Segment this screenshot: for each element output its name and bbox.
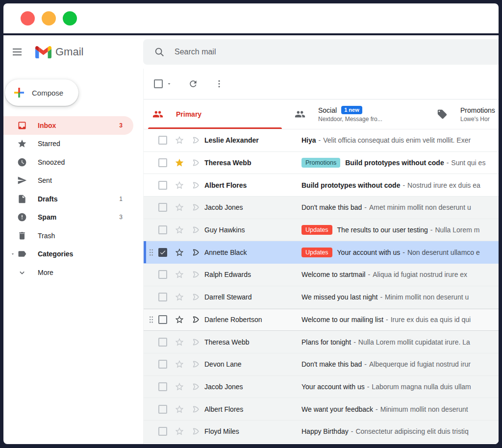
importance-marker-icon[interactable] — [191, 248, 201, 257]
star-outline-icon[interactable] — [175, 292, 184, 302]
drag-handle-icon — [149, 316, 153, 324]
drag-handle-icon — [149, 249, 153, 256]
more-vert-icon[interactable] — [214, 79, 224, 89]
email-sender: Annette Black — [204, 249, 301, 256]
email-row[interactable]: Darrell Steward We missed you last night… — [144, 286, 499, 309]
category-chip: Updates — [301, 248, 332, 257]
search-bar[interactable] — [143, 39, 499, 65]
email-row[interactable]: Ralph Edwards Welcome to startmail - Ali… — [144, 264, 499, 286]
refresh-icon[interactable] — [188, 79, 198, 89]
email-snippet: Sunt qui es — [451, 159, 485, 167]
email-checkbox[interactable] — [158, 158, 167, 167]
sidebar-item-snoozed[interactable]: Snoozed — [3, 153, 133, 172]
tab-primary[interactable]: Primary — [144, 100, 286, 129]
email-checkbox[interactable] — [158, 315, 167, 324]
star-outline-icon[interactable] — [175, 426, 184, 436]
email-subject: We want your feedback — [301, 405, 373, 413]
tab-promotions[interactable]: Promotions Lowe's Hor — [428, 100, 499, 129]
importance-marker-icon[interactable] — [191, 270, 201, 279]
star-outline-icon[interactable] — [175, 382, 184, 392]
star-outline-icon[interactable] — [175, 270, 184, 279]
email-row[interactable]: Floyd Miles Happy Birthday - Consectetur… — [144, 421, 499, 443]
importance-marker-icon[interactable] — [191, 315, 201, 324]
importance-marker-icon[interactable] — [191, 135, 201, 145]
email-checkbox[interactable] — [158, 338, 167, 347]
star-outline-icon[interactable] — [175, 225, 184, 235]
browser-window: Gmail Compose — [0, 0, 502, 448]
importance-marker-icon[interactable] — [191, 337, 201, 347]
email-snippet: Nulla Lorem mollit cupidatat irure. La — [358, 338, 470, 346]
email-checkbox[interactable] — [158, 382, 167, 391]
email-snippet: Minimum mollit non deserunt — [380, 405, 468, 413]
email-row[interactable]: Annette Black Updates Your account with … — [144, 241, 499, 264]
email-row[interactable]: Darlene Robertson Welcome to our mailing… — [144, 309, 499, 331]
email-row[interactable]: Devon Lane Don't make this bad - Albeque… — [144, 353, 499, 376]
email-checkbox[interactable] — [158, 203, 167, 212]
importance-marker-icon[interactable] — [191, 292, 201, 302]
email-checkbox[interactable] — [158, 248, 167, 257]
sidebar-item-spam[interactable]: Spam 3 — [3, 208, 133, 227]
email-subject: Happy Birthday — [301, 427, 349, 435]
importance-marker-icon[interactable] — [191, 426, 201, 436]
email-row[interactable]: Albert Flores We want your feedback - Mi… — [144, 398, 499, 421]
email-checkbox[interactable] — [158, 136, 167, 145]
sidebar-item-more[interactable]: More — [3, 263, 133, 282]
importance-marker-icon[interactable] — [191, 225, 201, 235]
tab-label: Primary — [176, 110, 201, 118]
close-button[interactable] — [21, 11, 35, 25]
star-outline-icon[interactable] — [175, 135, 184, 145]
hamburger-icon[interactable] — [11, 46, 23, 58]
email-row[interactable]: Guy Hawkins Updates The results to our u… — [144, 219, 499, 242]
minimize-button[interactable] — [42, 11, 56, 25]
email-checkbox[interactable] — [158, 225, 167, 234]
star-outline-icon[interactable] — [175, 404, 184, 414]
star-filled-icon[interactable] — [175, 158, 184, 168]
email-checkbox[interactable] — [158, 427, 167, 436]
email-row[interactable]: Jacob Jones Your account with us - Labor… — [144, 376, 499, 398]
email-row[interactable]: Leslie Alexander Hiya - Velit officia co… — [144, 129, 499, 152]
email-row[interactable]: Jacob Jones Don't make this bad - Amet m… — [144, 197, 499, 219]
importance-marker-icon[interactable] — [191, 382, 201, 392]
sidebar-item-trash[interactable]: Trash — [3, 226, 133, 245]
sidebar-item-sent[interactable]: Sent — [3, 172, 133, 190]
tag-icon — [437, 109, 448, 120]
importance-marker-icon[interactable] — [191, 404, 201, 414]
email-sender: Theresa Webb — [204, 159, 301, 167]
sidebar-item-inbox[interactable]: Inbox 3 — [3, 116, 133, 135]
draft-icon — [17, 194, 27, 204]
select-all-checkbox[interactable] — [154, 79, 163, 88]
star-outline-icon[interactable] — [175, 202, 184, 212]
star-outline-icon[interactable] — [175, 359, 184, 369]
select-caret-icon[interactable] — [166, 81, 172, 87]
maximize-button[interactable] — [63, 11, 77, 25]
search-input[interactable] — [175, 48, 322, 56]
star-outline-icon[interactable] — [175, 180, 184, 190]
sidebar-item-starred[interactable]: Starred — [3, 135, 133, 153]
email-snippet: Amet minim mollit non deserunt u — [369, 203, 471, 211]
email-subject: Plans for tonight — [301, 338, 351, 346]
tab-social[interactable]: Social 1 new Nextdoor, Message fro... — [286, 100, 428, 129]
star-outline-icon[interactable] — [175, 248, 184, 257]
importance-marker-icon[interactable] — [191, 202, 201, 212]
email-checkbox[interactable] — [158, 181, 167, 190]
star-outline-icon[interactable] — [175, 337, 184, 347]
email-subject: Your account with us — [337, 249, 401, 256]
email-checkbox[interactable] — [158, 270, 167, 279]
email-row[interactable]: Albert Flores Build prototypes without c… — [144, 174, 499, 197]
app-name: Gmail — [55, 46, 83, 58]
importance-marker-icon[interactable] — [191, 158, 201, 168]
importance-marker-icon[interactable] — [191, 180, 201, 190]
compose-label: Compose — [32, 89, 63, 97]
email-row[interactable]: Theresa Webb Plans for tonight - Nulla L… — [144, 331, 499, 353]
chevron-down-icon — [17, 268, 27, 277]
importance-marker-icon[interactable] — [191, 359, 201, 369]
email-checkbox[interactable] — [158, 293, 167, 301]
sidebar-item-drafts[interactable]: Drafts 1 — [3, 190, 133, 208]
email-checkbox[interactable] — [158, 360, 167, 369]
email-row[interactable]: Theresa Webb Promotions Build prototypes… — [144, 152, 499, 174]
star-outline-icon[interactable] — [175, 315, 184, 324]
sidebar-item-label: Trash — [38, 232, 55, 240]
email-checkbox[interactable] — [158, 405, 167, 414]
sidebar-item-categories[interactable]: Categories — [3, 245, 133, 264]
compose-button[interactable]: Compose — [5, 79, 78, 106]
